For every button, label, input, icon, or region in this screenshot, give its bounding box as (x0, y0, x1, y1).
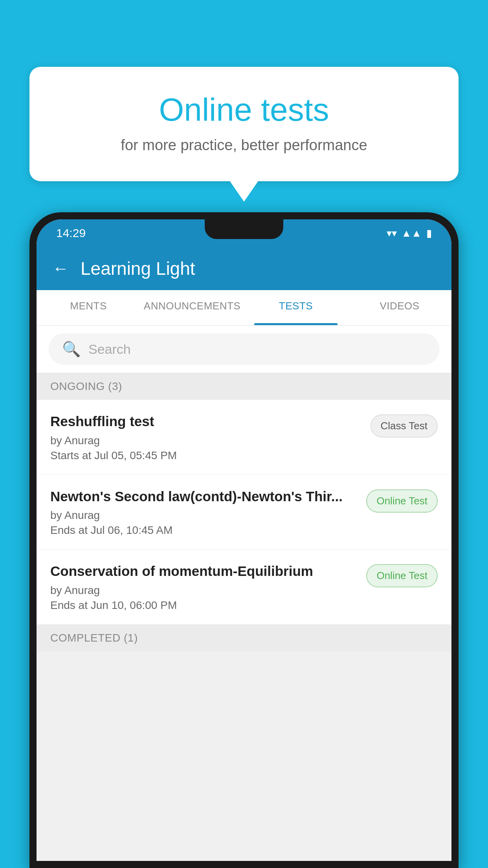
test-badge-class: Class Test (371, 414, 438, 438)
test-info: Newton's Second law(contd)-Newton's Thir… (50, 487, 358, 537)
signal-icon: ▲▲ (402, 227, 422, 239)
phone-screen: 14:29 ▾▾ ▲▲ ▮ ← Learning Light MENTS ANN… (37, 219, 451, 861)
test-name: Conservation of momentum-Equilibrium (50, 562, 358, 580)
test-name: Reshuffling test (50, 412, 363, 430)
test-badge-online: Online Test (366, 564, 438, 587)
phone-notch (205, 219, 283, 239)
test-item[interactable]: Newton's Second law(contd)-Newton's Thir… (37, 475, 451, 550)
tab-ments[interactable]: MENTS (37, 290, 140, 325)
test-badge-online: Online Test (366, 489, 438, 513)
test-item[interactable]: Conservation of momentum-Equilibrium by … (37, 550, 451, 625)
ongoing-section-header: ONGOING (3) (37, 373, 451, 400)
test-time: Ends at Jun 10, 06:00 PM (50, 599, 358, 612)
search-bar-container: 🔍 Search (37, 326, 451, 373)
phone-frame: 14:29 ▾▾ ▲▲ ▮ ← Learning Light MENTS ANN… (29, 212, 459, 868)
completed-title: COMPLETED (1) (50, 632, 138, 644)
search-bar[interactable]: 🔍 Search (48, 333, 440, 365)
ongoing-title: ONGOING (3) (50, 380, 122, 392)
app-title: Learning Light (81, 258, 195, 279)
bubble-title: Online tests (49, 90, 439, 129)
search-icon: 🔍 (62, 340, 81, 358)
tab-announcements[interactable]: ANNOUNCEMENTS (140, 290, 244, 325)
test-name: Newton's Second law(contd)-Newton's Thir… (50, 487, 358, 506)
completed-section-header: COMPLETED (1) (37, 625, 451, 651)
test-info: Conservation of momentum-Equilibrium by … (50, 562, 358, 612)
back-button[interactable]: ← (52, 259, 69, 278)
speech-bubble: Online tests for more practice, better p… (29, 67, 459, 181)
status-time: 14:29 (56, 226, 86, 240)
battery-icon: ▮ (426, 227, 432, 239)
test-time: Ends at Jul 06, 10:45 AM (50, 524, 358, 537)
test-time: Starts at Jul 05, 05:45 PM (50, 449, 363, 462)
tab-videos[interactable]: VIDEOS (348, 290, 451, 325)
test-item[interactable]: Reshuffling test by Anurag Starts at Jul… (37, 400, 451, 475)
test-list: Reshuffling test by Anurag Starts at Jul… (37, 400, 451, 625)
wifi-icon: ▾▾ (387, 227, 397, 239)
test-author: by Anurag (50, 434, 363, 447)
tab-tests[interactable]: TESTS (244, 290, 348, 325)
bubble-subtitle: for more practice, better performance (49, 137, 439, 154)
test-info: Reshuffling test by Anurag Starts at Jul… (50, 412, 363, 462)
test-author: by Anurag (50, 509, 358, 522)
app-bar: ← Learning Light (37, 247, 451, 290)
tab-bar: MENTS ANNOUNCEMENTS TESTS VIDEOS (37, 290, 451, 326)
test-author: by Anurag (50, 584, 358, 597)
status-icons: ▾▾ ▲▲ ▮ (387, 227, 432, 239)
search-input[interactable]: Search (88, 342, 131, 357)
